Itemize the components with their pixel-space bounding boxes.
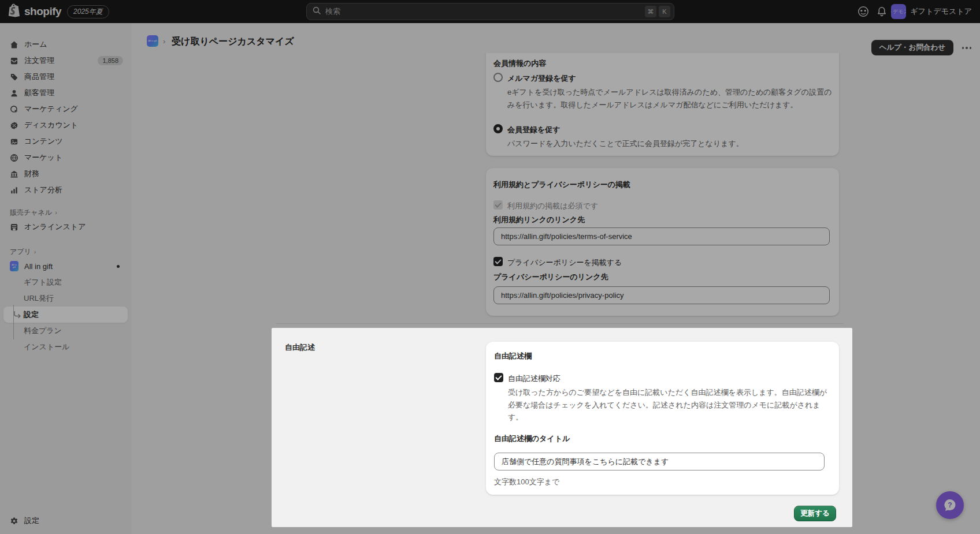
shopify-logo[interactable]: shopify — [8, 3, 61, 20]
storefront-icon — [10, 223, 18, 231]
notifications-bell-icon[interactable] — [873, 2, 891, 21]
sales-channels-header[interactable]: 販売チャネル › — [3, 206, 128, 219]
orders-icon — [10, 57, 18, 65]
page-title: 受け取りページカスタマイズ — [172, 36, 294, 48]
home-icon — [10, 40, 18, 49]
newsletter-radio-description: eギフトを受け取った時点でメールアドレスは取得済みのため、管理のための顧客タグの… — [507, 86, 832, 111]
sidebar-item-discounts[interactable]: ディスカウント — [3, 117, 128, 133]
orders-count-badge: 1,858 — [98, 56, 123, 65]
terms-required-checkbox — [493, 200, 503, 210]
member-register-radio-description: パスワードを入力いただくことで正式に会員登録が完了となります。 — [507, 137, 832, 150]
section-divider — [276, 323, 844, 324]
free-text-section-label: 自由記述 — [285, 342, 315, 353]
app-pin-dot — [117, 265, 120, 268]
terms-required-checkbox-label: 利用規約の掲載は必須です — [507, 201, 598, 211]
free-text-title-input[interactable] — [494, 453, 825, 470]
apps-header[interactable]: アプリ › — [3, 245, 128, 258]
page-header: All in gift › 受け取りページカスタマイズ ヘルプ・お問合わせ — [131, 23, 980, 53]
sidebar: ホーム 注文管理 1,858 商品管理 顧客管理 マーケティング ディスカウント… — [0, 23, 131, 534]
sidebar-item-content[interactable]: コンテンツ — [3, 133, 128, 150]
privacy-checkbox-label[interactable]: プライバシーポリシーを掲載する — [507, 257, 622, 268]
global-search[interactable]: 検索 ⌘ K — [306, 3, 674, 20]
shopify-bag-icon — [8, 3, 21, 20]
terms-card-title: 利用規約とプライバシーポリシーの掲載 — [493, 180, 630, 190]
edition-badge[interactable]: 2025年夏 — [67, 5, 109, 18]
bank-icon — [10, 170, 18, 178]
privacy-link-input[interactable] — [493, 286, 830, 304]
content-icon — [10, 137, 18, 146]
gear-icon — [10, 517, 18, 525]
sidekick-icon[interactable] — [854, 2, 873, 21]
top-bar: shopify 2025年夏 検索 ⌘ K トデモス ギフトデモストア — [0, 0, 980, 23]
sidebar-item-online-store[interactable]: オンラインストア — [3, 219, 128, 235]
person-icon — [10, 89, 18, 98]
sidebar-item-settings[interactable]: 設定 — [3, 513, 128, 529]
free-text-title-label: 自由記述欄のタイトル — [494, 434, 570, 444]
member-register-radio[interactable] — [493, 124, 503, 133]
sidebar-item-orders[interactable]: 注文管理 1,858 — [3, 53, 128, 69]
sidebar-subitem-url[interactable]: URL発行 — [3, 290, 128, 307]
cmd-keycap: ⌘ — [645, 6, 656, 17]
sidebar-item-markets[interactable]: マーケット — [3, 150, 128, 166]
svg-text:?: ? — [948, 501, 952, 509]
target-icon — [10, 105, 18, 114]
corner-arrow-icon — [13, 311, 21, 319]
main-content: 会員情報の内容 メルマガ登録を促す eギフトを受け取った時点でメールアドレスは取… — [131, 53, 980, 534]
shopify-wordmark: shopify — [24, 5, 61, 18]
discount-icon — [10, 121, 18, 130]
question-bubble-icon: ? — [942, 498, 957, 513]
member-register-radio-label[interactable]: 会員登録を促す — [507, 125, 560, 135]
privacy-link-label: プライバシーポリシーのリンク先 — [493, 272, 608, 282]
free-text-checkbox[interactable] — [494, 373, 503, 382]
member-info-card: 会員情報の内容 メルマガ登録を促す eギフトを受け取った時点でメールアドレスは取… — [486, 53, 839, 156]
k-keycap: K — [659, 6, 670, 17]
sidebar-item-marketing[interactable]: マーケティング — [3, 101, 128, 117]
store-name[interactable]: ギフトデモストア — [911, 6, 972, 17]
terms-link-input[interactable] — [493, 227, 830, 245]
help-chat-bubble[interactable]: ? — [936, 491, 964, 519]
member-section-label: 会員情報の内容 — [493, 58, 546, 69]
sidebar-subitem-settings-active[interactable]: 設定 — [3, 307, 128, 323]
bar-chart-icon — [10, 186, 18, 195]
more-actions-button[interactable] — [960, 41, 974, 55]
store-avatar[interactable]: トデモス — [891, 4, 906, 19]
free-text-card-title: 自由記述欄 — [494, 351, 532, 361]
chevron-right-icon: › — [34, 248, 36, 255]
sidebar-item-finance[interactable]: 財務 — [3, 166, 128, 182]
all-in-gift-app-icon: All in gift — [10, 261, 18, 271]
chevron-right-icon: › — [55, 209, 57, 216]
sidebar-subitem-install[interactable]: インストール — [3, 339, 128, 355]
privacy-checkbox[interactable] — [493, 257, 503, 266]
update-button[interactable]: 更新する — [794, 506, 836, 521]
newsletter-radio[interactable] — [493, 73, 503, 82]
free-text-checkbox-label[interactable]: 自由記述欄対応 — [508, 374, 560, 384]
sidebar-subitem-gift-settings[interactable]: ギフト設定 — [3, 274, 128, 290]
newsletter-radio-label[interactable]: メルマガ登録を促す — [507, 73, 576, 84]
sidebar-item-customers[interactable]: 顧客管理 — [3, 85, 128, 101]
search-placeholder: 検索 — [325, 6, 643, 17]
globe-icon — [10, 154, 18, 162]
free-text-description: 受け取った方からのご要望などを自由に記載いただく自由記述欄を表示します。自由記述… — [508, 386, 830, 424]
sidebar-item-all-in-gift[interactable]: All in gift All in gift — [3, 258, 128, 274]
free-text-card: 自由記述欄 自由記述欄対応 受け取った方からのご要望などを自由に記載いただく自由… — [486, 342, 839, 495]
breadcrumb-app-icon[interactable]: All in gift — [147, 35, 158, 47]
sidebar-item-home[interactable]: ホーム — [3, 36, 128, 53]
char-limit-helper: 文字数100文字まで — [494, 476, 559, 488]
sidebar-subitem-plan[interactable]: 料金プラン — [3, 323, 128, 339]
app-subnav-tree-line — [13, 305, 14, 339]
terms-link-label: 利用規約リンクのリンク先 — [493, 215, 585, 225]
terms-privacy-card: 利用規約とプライバシーポリシーの掲載 利用規約の掲載は必須です 利用規約リンクの… — [486, 168, 839, 316]
sidebar-item-products[interactable]: 商品管理 — [3, 69, 128, 85]
breadcrumb-chevron-icon: › — [163, 37, 165, 46]
tag-icon — [10, 73, 18, 81]
search-icon — [313, 6, 321, 17]
help-contact-button[interactable]: ヘルプ・お問合わせ — [871, 40, 953, 55]
sidebar-item-analytics[interactable]: ストア分析 — [3, 182, 128, 198]
